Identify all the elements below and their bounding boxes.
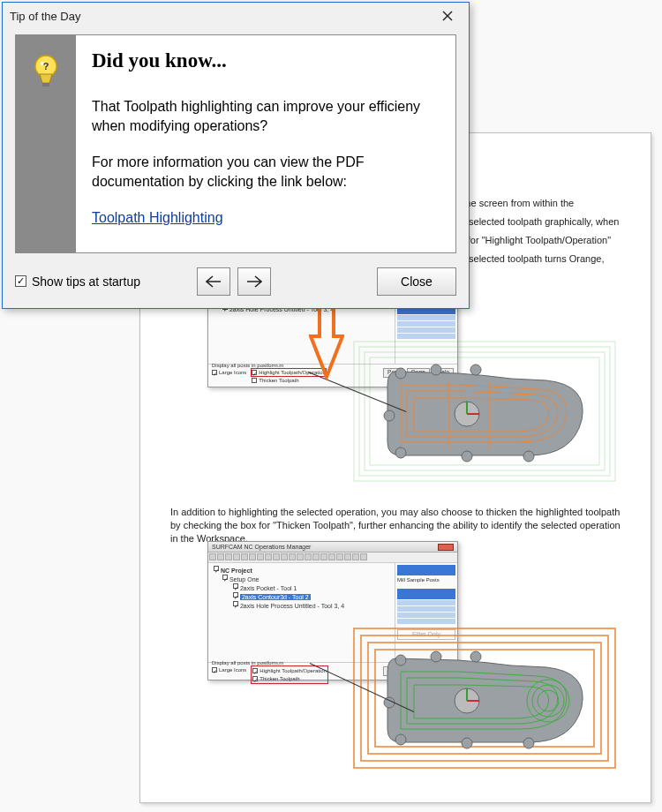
dialog-titlebar[interactable]: Tip of the Day xyxy=(3,3,469,29)
dialog-body-text: That Toolpath highlighting can improve y… xyxy=(92,97,440,135)
doc-text-line: The selected toolpath graphically, when xyxy=(449,215,626,229)
svg-point-14 xyxy=(462,451,472,462)
svg-point-10 xyxy=(431,365,441,375)
close-button[interactable]: Close xyxy=(377,267,456,296)
svg-text:?: ? xyxy=(43,61,49,71)
svg-point-26 xyxy=(395,655,406,665)
dialog-content: ? Did you know... That Toolpath highligh… xyxy=(15,34,456,253)
dialog-body-text: For more information you can view the PD… xyxy=(92,153,440,191)
show-tips-checkbox[interactable]: ✓ Show tips at startup xyxy=(15,274,188,289)
svg-point-28 xyxy=(470,651,481,662)
mini-toolbar xyxy=(208,553,457,563)
checkbox-icon: ✓ xyxy=(15,275,26,287)
doc-figure-toolpath-thick xyxy=(352,623,617,773)
mini-window-title: SURFCAM NC Operations Manager xyxy=(212,543,311,551)
arrow-right-icon xyxy=(246,275,262,288)
titlebar-close-button[interactable] xyxy=(432,5,463,26)
doc-text-line: box for "Highlight Toolpath/Operation" xyxy=(449,234,626,247)
svg-point-32 xyxy=(523,738,534,748)
next-tip-button[interactable] xyxy=(237,267,271,296)
tip-of-day-dialog: Tip of the Day ? Did you know... That To… xyxy=(2,2,470,309)
prev-tip-button[interactable] xyxy=(197,267,230,296)
doc-paragraph: In addition to highlighting the selected… xyxy=(170,506,621,545)
mini-close-icon xyxy=(438,544,454,551)
doc-figure-toolpath-orange xyxy=(352,336,617,486)
lightbulb-tip-icon: ? xyxy=(31,55,61,90)
svg-point-27 xyxy=(431,651,441,662)
svg-point-30 xyxy=(395,734,406,745)
dialog-heading: Did you know... xyxy=(92,49,440,72)
show-tips-label: Show tips at startup xyxy=(32,274,140,289)
dialog-icon-column: ? xyxy=(16,35,76,252)
svg-rect-36 xyxy=(42,83,49,86)
svg-point-15 xyxy=(523,451,534,462)
toolpath-highlighting-link[interactable]: Toolpath Highlighting xyxy=(92,210,223,225)
doc-text-line: The selected toolpath turns Orange, xyxy=(449,252,626,266)
svg-point-12 xyxy=(384,410,395,421)
arrow-left-icon xyxy=(206,275,222,288)
dialog-footer: ✓ Show tips at startup Close xyxy=(3,262,469,308)
close-icon xyxy=(442,11,453,21)
svg-point-11 xyxy=(470,365,481,375)
svg-point-31 xyxy=(462,738,472,748)
svg-point-9 xyxy=(395,368,406,379)
svg-point-13 xyxy=(395,447,406,458)
doc-text-line: on the screen from within the xyxy=(449,197,626,210)
dialog-title: Tip of the Day xyxy=(10,10,80,23)
